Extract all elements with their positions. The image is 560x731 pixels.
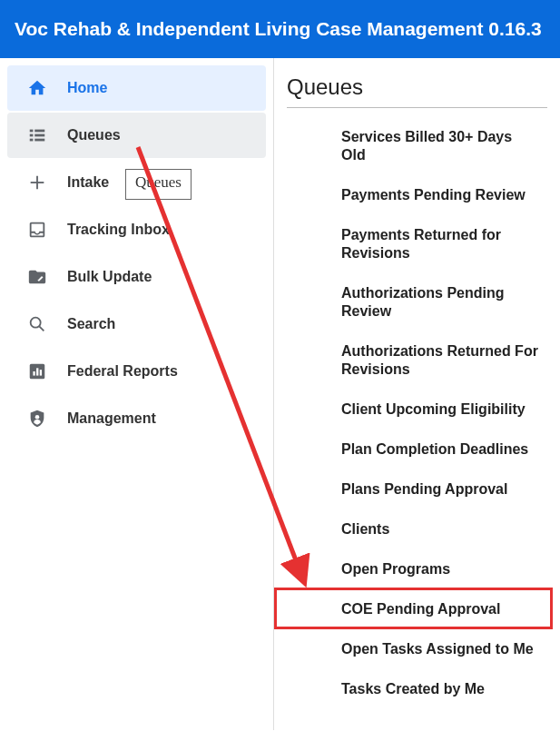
sidebar-item-search[interactable]: Search — [7, 301, 266, 347]
sidebar-item-federal-reports[interactable]: Federal Reports — [7, 349, 266, 394]
queue-list: Services Billed 30+ Days OldPayments Pen… — [287, 117, 547, 709]
sidebar-item-tracking-inbox[interactable]: Tracking Inbox — [7, 207, 266, 252]
queue-item[interactable]: Plan Completion Deadlines — [334, 430, 547, 469]
queue-item[interactable]: Open Tasks Assigned to Me — [334, 629, 547, 669]
queue-item[interactable]: Plans Pending Approval — [334, 469, 547, 509]
bar-chart-icon — [7, 361, 67, 381]
sidebar-item-bulk-update[interactable]: Bulk Update — [7, 254, 266, 300]
sidebar-item-home[interactable]: Home — [7, 65, 266, 111]
search-icon — [7, 314, 67, 334]
svg-rect-1 — [30, 134, 34, 137]
sidebar-item-label: Bulk Update — [67, 269, 152, 285]
sidebar: Home Queues Intake Queues Tracking Inbox — [0, 58, 274, 730]
svg-rect-11 — [33, 371, 34, 376]
sidebar-item-management[interactable]: Management — [7, 396, 266, 441]
app-title: Voc Rehab & Independent Living Case Mana… — [15, 18, 542, 39]
sidebar-item-queues[interactable]: Queues — [7, 113, 266, 158]
svg-rect-0 — [30, 130, 34, 133]
plus-icon — [7, 173, 67, 193]
list-icon — [7, 125, 67, 145]
svg-rect-3 — [34, 130, 44, 133]
page-title: Queues — [287, 74, 547, 108]
queue-item[interactable]: Clients — [334, 509, 547, 549]
queue-item[interactable]: Client Upcoming Eligibility — [334, 390, 547, 430]
queue-item[interactable]: Authorizations Returned For Revisions — [334, 331, 547, 390]
svg-point-14 — [35, 415, 40, 420]
sidebar-item-label: Tracking Inbox — [67, 222, 170, 238]
queue-item[interactable]: Services Billed 30+ Days Old — [334, 117, 547, 175]
folder-edit-icon — [7, 267, 67, 287]
main-layout: Home Queues Intake Queues Tracking Inbox — [0, 58, 560, 730]
sidebar-item-label: Queues — [67, 127, 121, 143]
svg-point-8 — [31, 318, 41, 328]
svg-rect-12 — [36, 368, 38, 375]
tooltip-text: Queues — [135, 173, 182, 191]
svg-line-9 — [39, 326, 44, 331]
sidebar-item-intake[interactable]: Intake Queues — [7, 160, 266, 205]
home-icon — [7, 78, 67, 98]
content-panel: Queues Services Billed 30+ Days OldPayme… — [274, 58, 560, 730]
queue-item[interactable]: Tasks Created by Me — [334, 669, 547, 709]
svg-rect-5 — [34, 139, 44, 142]
queue-item[interactable]: Open Programs — [334, 549, 547, 589]
sidebar-item-label: Federal Reports — [67, 363, 178, 380]
shield-user-icon — [7, 409, 67, 429]
svg-rect-2 — [30, 139, 34, 142]
queue-item[interactable]: COE Pending Approval — [334, 589, 547, 629]
sidebar-item-label: Management — [67, 410, 156, 427]
queue-item[interactable]: Authorizations Pending Review — [334, 273, 547, 331]
queue-item[interactable]: Payments Pending Review — [334, 175, 547, 215]
svg-rect-13 — [40, 370, 42, 375]
queue-item[interactable]: Payments Returned for Revisions — [334, 215, 547, 273]
sidebar-item-label: Home — [67, 80, 107, 96]
app-header: Voc Rehab & Independent Living Case Mana… — [0, 0, 560, 58]
inbox-icon — [7, 220, 67, 240]
tooltip: Queues — [125, 169, 192, 200]
svg-rect-4 — [34, 134, 44, 137]
sidebar-item-label: Search — [67, 316, 115, 332]
sidebar-item-label: Intake — [67, 174, 109, 191]
